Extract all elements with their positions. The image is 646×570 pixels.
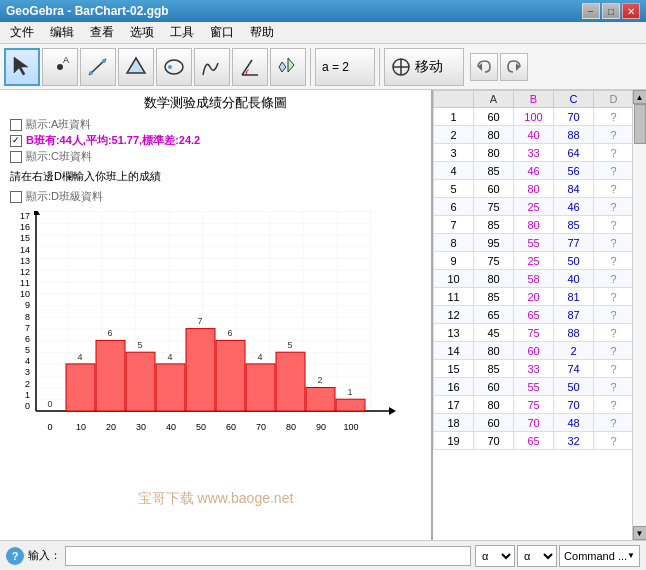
minimize-button[interactable]: − — [582, 3, 600, 19]
cell-b-3[interactable]: 33 — [514, 144, 554, 162]
scroll-up-button[interactable]: ▲ — [633, 90, 647, 104]
cell-c-14[interactable]: 2 — [554, 342, 594, 360]
cell-b-10[interactable]: 58 — [514, 270, 554, 288]
cell-b-1[interactable]: 100 — [514, 108, 554, 126]
cell-b-6[interactable]: 25 — [514, 198, 554, 216]
legend-checkbox-d[interactable] — [10, 191, 22, 203]
cell-c-6[interactable]: 46 — [554, 198, 594, 216]
cell-d-4[interactable]: ? — [594, 162, 633, 180]
cell-a-13[interactable]: 45 — [474, 324, 514, 342]
close-button[interactable]: ✕ — [622, 3, 640, 19]
cell-d-12[interactable]: ? — [594, 306, 633, 324]
cell-d-5[interactable]: ? — [594, 180, 633, 198]
cell-b-15[interactable]: 33 — [514, 360, 554, 378]
cell-d-13[interactable]: ? — [594, 324, 633, 342]
cell-a-14[interactable]: 80 — [474, 342, 514, 360]
cell-a-10[interactable]: 80 — [474, 270, 514, 288]
cell-c-11[interactable]: 81 — [554, 288, 594, 306]
tool-line[interactable] — [80, 48, 116, 86]
cell-b-13[interactable]: 75 — [514, 324, 554, 342]
cell-d-3[interactable]: ? — [594, 144, 633, 162]
move-button[interactable]: 移动 — [384, 48, 464, 86]
cell-b-14[interactable]: 60 — [514, 342, 554, 360]
tool-transform[interactable] — [270, 48, 306, 86]
cell-a-19[interactable]: 70 — [474, 432, 514, 450]
menu-help[interactable]: 帮助 — [244, 22, 280, 43]
cell-a-17[interactable]: 80 — [474, 396, 514, 414]
col-header-b[interactable]: B — [514, 91, 554, 108]
cell-b-16[interactable]: 55 — [514, 378, 554, 396]
cell-d-11[interactable]: ? — [594, 288, 633, 306]
tool-angle[interactable] — [232, 48, 268, 86]
alpha-dropdown-2[interactable]: α — [517, 545, 557, 567]
cell-c-7[interactable]: 85 — [554, 216, 594, 234]
cell-d-9[interactable]: ? — [594, 252, 633, 270]
cell-d-19[interactable]: ? — [594, 432, 633, 450]
cell-a-7[interactable]: 85 — [474, 216, 514, 234]
cell-d-17[interactable]: ? — [594, 396, 633, 414]
cell-a-9[interactable]: 75 — [474, 252, 514, 270]
cell-b-2[interactable]: 40 — [514, 126, 554, 144]
cell-a-5[interactable]: 60 — [474, 180, 514, 198]
cell-d-6[interactable]: ? — [594, 198, 633, 216]
cell-a-4[interactable]: 85 — [474, 162, 514, 180]
col-header-d[interactable]: D — [594, 91, 633, 108]
tool-polygon[interactable] — [118, 48, 154, 86]
cell-b-18[interactable]: 70 — [514, 414, 554, 432]
cell-c-9[interactable]: 50 — [554, 252, 594, 270]
col-header-c[interactable]: C — [554, 91, 594, 108]
cell-d-10[interactable]: ? — [594, 270, 633, 288]
undo-button[interactable] — [470, 53, 498, 81]
legend-checkbox-c[interactable] — [10, 151, 22, 163]
cell-b-9[interactable]: 25 — [514, 252, 554, 270]
cell-d-1[interactable]: ? — [594, 108, 633, 126]
cell-a-1[interactable]: 60 — [474, 108, 514, 126]
cell-d-14[interactable]: ? — [594, 342, 633, 360]
legend-checkbox-b[interactable] — [10, 135, 22, 147]
cell-b-4[interactable]: 46 — [514, 162, 554, 180]
cell-d-2[interactable]: ? — [594, 126, 633, 144]
cell-b-11[interactable]: 20 — [514, 288, 554, 306]
redo-button[interactable] — [500, 53, 528, 81]
tool-conic[interactable] — [156, 48, 192, 86]
cell-d-8[interactable]: ? — [594, 234, 633, 252]
scroll-thumb[interactable] — [634, 104, 646, 144]
cell-c-2[interactable]: 88 — [554, 126, 594, 144]
cell-d-7[interactable]: ? — [594, 216, 633, 234]
cell-b-19[interactable]: 65 — [514, 432, 554, 450]
cell-c-19[interactable]: 32 — [554, 432, 594, 450]
menu-view[interactable]: 查看 — [84, 22, 120, 43]
cell-c-10[interactable]: 40 — [554, 270, 594, 288]
cell-b-7[interactable]: 80 — [514, 216, 554, 234]
help-icon[interactable]: ? — [6, 547, 24, 565]
cell-a-12[interactable]: 65 — [474, 306, 514, 324]
menu-edit[interactable]: 编辑 — [44, 22, 80, 43]
cell-c-1[interactable]: 70 — [554, 108, 594, 126]
cell-a-15[interactable]: 85 — [474, 360, 514, 378]
scrollbar-vertical[interactable]: ▲ ▼ — [632, 90, 646, 540]
tool-select[interactable] — [4, 48, 40, 86]
col-header-a[interactable]: A — [474, 91, 514, 108]
menu-options[interactable]: 选项 — [124, 22, 160, 43]
cell-a-6[interactable]: 75 — [474, 198, 514, 216]
input-field[interactable] — [65, 546, 471, 566]
command-dropdown[interactable]: Command ... ▼ — [559, 545, 640, 567]
cell-a-2[interactable]: 80 — [474, 126, 514, 144]
cell-c-4[interactable]: 56 — [554, 162, 594, 180]
cell-c-15[interactable]: 74 — [554, 360, 594, 378]
cell-a-16[interactable]: 60 — [474, 378, 514, 396]
menu-window[interactable]: 窗口 — [204, 22, 240, 43]
cell-c-12[interactable]: 87 — [554, 306, 594, 324]
cell-b-5[interactable]: 80 — [514, 180, 554, 198]
cell-a-18[interactable]: 60 — [474, 414, 514, 432]
cell-d-15[interactable]: ? — [594, 360, 633, 378]
cell-c-5[interactable]: 84 — [554, 180, 594, 198]
menu-file[interactable]: 文件 — [4, 22, 40, 43]
cell-a-3[interactable]: 80 — [474, 144, 514, 162]
cell-b-8[interactable]: 55 — [514, 234, 554, 252]
cell-c-13[interactable]: 88 — [554, 324, 594, 342]
cell-d-18[interactable]: ? — [594, 414, 633, 432]
alpha-dropdown-1[interactable]: α — [475, 545, 515, 567]
cell-a-8[interactable]: 95 — [474, 234, 514, 252]
cell-a-11[interactable]: 85 — [474, 288, 514, 306]
